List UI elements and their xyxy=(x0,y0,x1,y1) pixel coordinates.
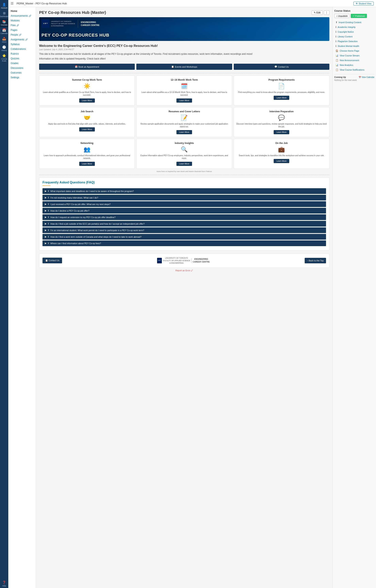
sidebar-item-announcements[interactable]: Announcements 🔗 xyxy=(8,13,36,18)
sidebar-item-settings[interactable]: Settings xyxy=(8,75,36,80)
nav-rail-item-calendar[interactable]: 📅 Calendar xyxy=(0,27,8,36)
uoft-shield-logo: U OF T xyxy=(42,19,49,28)
student-mental-health-item[interactable]: ℹ Student Mental Health xyxy=(334,44,375,48)
card-grid-row2: Job Search 🤝 Apply tips and tools to fin… xyxy=(39,107,329,137)
course-notifications-icon: 📋 xyxy=(335,68,338,71)
card-on-job-button[interactable]: Learn More xyxy=(274,159,289,163)
sidebar-item-files[interactable]: Files 🔗 xyxy=(8,23,36,28)
course-stream-icon: 📊 xyxy=(335,54,338,57)
choose-home-page-item[interactable]: 🏠 Choose Home Page xyxy=(334,48,375,53)
card-grid-row3: Networking 👥 Learn how to approach profe… xyxy=(39,139,329,169)
sidebar-item-discussions[interactable]: Discussions xyxy=(8,66,36,70)
sidebar-item-home[interactable]: Home xyxy=(8,9,36,13)
top-bar-title: PERM_Master - PEY Co-op Resources Hub xyxy=(17,2,352,5)
hamburger-icon[interactable]: ☰ xyxy=(11,1,13,5)
import-content-item[interactable]: ⬆ Import Existing Content xyxy=(334,20,375,25)
footer-divider xyxy=(191,258,191,263)
page-header: PEY Co-op Resources Hub (Master) ✎ Edit … xyxy=(39,10,329,15)
sidebar-item-modules[interactable]: Modules xyxy=(8,18,36,23)
right-panel: Course Status ○ Unpublish ✓ Published ⬆ … xyxy=(333,7,376,276)
coming-up-header: Coming Up 📅 View Calendar xyxy=(334,76,375,78)
card-interview-title: Interview Preparation xyxy=(236,110,327,113)
faq-info-icon: ℹ xyxy=(48,209,49,212)
published-button[interactable]: ✓ Published xyxy=(351,14,367,18)
card-interview-button[interactable]: Learn More xyxy=(274,130,289,134)
copyright-notice-item[interactable]: ℹ Copyright Notice xyxy=(334,30,375,34)
sidebar-item-people[interactable]: People 🔗 xyxy=(8,32,36,37)
faq-item-7[interactable]: ▶ ℹ I'm an international student. What w… xyxy=(42,227,326,233)
faq-item-8[interactable]: ▶ ℹ How do I find a work term outside of… xyxy=(42,234,326,240)
sidebar-item-quizzes[interactable]: Quizzes xyxy=(8,56,36,61)
card-resumes-button[interactable]: Learn More xyxy=(177,130,192,134)
sidebar-item-assignments[interactable]: Assignments 🔗 xyxy=(8,37,36,42)
sidebar-item-syllabus[interactable]: Syllabus xyxy=(8,42,36,47)
new-analytics-item[interactable]: 📊 New Analytics xyxy=(334,63,375,67)
new-analytics-icon: 📊 xyxy=(335,64,338,66)
view-course-stream-item[interactable]: 📊 View Course Stream xyxy=(334,53,375,58)
unpublish-button[interactable]: ○ Unpublish xyxy=(334,14,350,18)
faq-item-2[interactable]: ▶ ℹ I'm not receiving many interviews. W… xyxy=(42,195,326,201)
view-course-notifications-item[interactable]: 📋 View Course Notifications xyxy=(334,67,375,72)
nav-rail-item-courses[interactable]: 📚 Courses xyxy=(0,19,8,27)
more-options-button[interactable]: ⋮ xyxy=(324,11,329,15)
main-content: PEY Co-op Resources Hub (Master) ✎ Edit … xyxy=(36,7,333,276)
plagiarism-detection-item[interactable]: ℹ Plagiarism Detection xyxy=(334,39,375,44)
faq-item-4[interactable]: ▶ ℹ How do I decline a PEY Co-op job off… xyxy=(42,208,326,214)
card-job-search: Job Search 🤝 Apply tips and tools to fin… xyxy=(39,107,135,137)
events-workshops-button[interactable]: 📋 Events and Workshops xyxy=(136,64,232,70)
page-footer: 📋 Contact Us U OF T UNIVERSITY OF TORONT… xyxy=(39,254,329,268)
back-to-top-button[interactable]: ↑ Back to the Top xyxy=(305,258,326,263)
nav-rail-item-dashboard[interactable]: ⊞ Dashboard xyxy=(0,10,8,19)
sidebar-item-grades[interactable]: Grades xyxy=(8,61,36,66)
nav-rail-item-course-evals[interactable]: ⭐ Course Evals xyxy=(0,53,8,63)
card-twelve-button[interactable]: Learn More xyxy=(177,98,192,103)
faq-item-6[interactable]: ▶ ℹ How do I find a job outside of the E… xyxy=(42,221,326,227)
nav-rail-item-history[interactable]: 🕐 History xyxy=(0,44,8,53)
footer-contact-button[interactable]: 📋 Contact Us xyxy=(42,258,62,263)
academic-integrity-icon: ℹ xyxy=(335,26,336,29)
faq-expand-icon: ▶ xyxy=(45,242,46,245)
edit-button[interactable]: ✎ Edit xyxy=(312,11,323,15)
faq-item-3[interactable]: ▶ ℹ I just received a PEY Co-op job offe… xyxy=(42,201,326,207)
new-announcement-item[interactable]: 📋 New Announcement xyxy=(334,58,375,63)
unpublish-icon: ○ xyxy=(336,15,337,17)
card-summer-button[interactable]: Learn More xyxy=(79,98,95,103)
ecc-logo: ENGINEERING CAREER CENTRE xyxy=(81,21,100,26)
faq-info-icon: ℹ xyxy=(48,216,49,218)
faq-expand-icon: ▶ xyxy=(45,209,46,212)
academic-integrity-item[interactable]: ℹ Academic Integrity xyxy=(334,25,375,30)
people-link-icon: 🔗 xyxy=(19,34,21,36)
sidebar-item-outcomes[interactable]: Outcomes xyxy=(8,70,36,75)
plagiarism-icon: ℹ xyxy=(335,40,336,43)
faq-expand-icon: ▶ xyxy=(45,235,46,238)
card-networking-text: Learn how to approach professionals, con… xyxy=(41,154,133,160)
report-error-link[interactable]: Report an Error 🖊 xyxy=(39,269,329,272)
uoft-logo-text: UNIVERSITY OF TORONTOFACULTY OF APPLIED … xyxy=(51,20,75,27)
files-link-icon: 🔗 xyxy=(16,24,19,27)
card-networking-button[interactable]: Learn More xyxy=(79,162,95,166)
student-view-icon: 👁 xyxy=(356,2,358,5)
contact-us-button[interactable]: 💬 Contact Us xyxy=(234,64,329,70)
top-bar: ☰ PERM_Master - PEY Co-op Resources Hub … xyxy=(8,0,376,7)
view-calendar-link[interactable]: 📅 View Calendar xyxy=(359,76,375,78)
book-icon: 📅 xyxy=(75,65,78,68)
card-industry-button[interactable]: Learn More xyxy=(177,162,192,166)
footer-shield-icon: U OF T xyxy=(157,258,162,263)
card-job-button[interactable]: Learn More xyxy=(79,127,95,131)
faq-item-1[interactable]: ▶ ℹ What important dates and deadlines d… xyxy=(42,188,326,194)
nav-rail-item-account[interactable]: 👤 Account xyxy=(0,1,8,10)
nav-rail-item-inbox[interactable]: 📥 Inbox xyxy=(0,36,8,44)
sidebar-item-pages[interactable]: Pages xyxy=(8,28,36,32)
faq-item-9[interactable]: ▶ ℹ Where can I find information about P… xyxy=(42,240,326,246)
student-view-button[interactable]: 👁 Student View xyxy=(354,1,374,6)
faq-item-5[interactable]: ▶ ℹ How do I request an extension to my … xyxy=(42,214,326,220)
card-program-button[interactable]: Learn More xyxy=(274,96,289,100)
book-appointment-button[interactable]: 📅 Book an Appointment xyxy=(39,64,135,70)
sidebar-item-collaborations[interactable]: Collaborations xyxy=(8,47,36,51)
library-content-item[interactable]: ℹ Library Content xyxy=(334,34,375,39)
courses-icon: 📚 xyxy=(2,20,6,23)
course-evals-icon: ⭐ xyxy=(2,54,6,58)
sidebar-item-rubrics[interactable]: Rubrics xyxy=(8,51,36,56)
calendar-icon: 📅 xyxy=(2,28,6,32)
assignments-link-icon: 🔗 xyxy=(25,38,28,41)
